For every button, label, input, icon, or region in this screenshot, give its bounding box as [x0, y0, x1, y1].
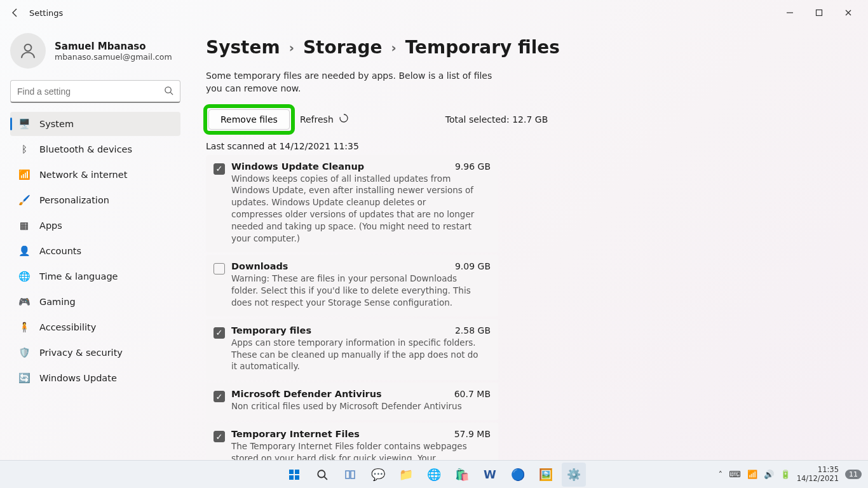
svg-rect-12 [351, 471, 355, 478]
checkbox[interactable]: ✓ [214, 391, 225, 402]
svg-line-10 [324, 477, 327, 480]
last-scanned: Last scanned at 14/12/2021 11:35 [206, 141, 853, 151]
profile-block[interactable]: Samuel Mbanaso mbanaso.samuel@gmail.com [10, 33, 180, 69]
crumb-current: Temporary files [405, 37, 560, 58]
nav-item-gaming[interactable]: 🎮Gaming [10, 290, 180, 314]
breadcrumb: System › Storage › Temporary files [206, 37, 853, 58]
item-description: Windows keeps copies of all installed up… [231, 173, 479, 245]
back-button[interactable] [5, 3, 25, 23]
checkbox[interactable] [214, 263, 225, 274]
nav-item-update[interactable]: 🔄Windows Update [10, 366, 180, 390]
svg-rect-1 [817, 10, 822, 16]
clock-date: 14/12/2021 [797, 475, 839, 483]
svg-point-9 [318, 470, 325, 477]
nav-item-accounts[interactable]: 👤Accounts [10, 239, 180, 263]
svg-rect-5 [289, 470, 294, 474]
svg-rect-6 [295, 470, 299, 474]
nav-item-network[interactable]: 📶Network & internet [10, 163, 180, 187]
minimize-button[interactable] [775, 3, 804, 23]
update-icon: 🔄 [18, 372, 31, 384]
item-title: Microsoft Defender Antivirus [231, 389, 382, 399]
gaming-icon: 🎮 [18, 295, 31, 308]
item-description: Non critical files used by Microsoft Def… [231, 400, 479, 412]
checkbox[interactable]: ✓ [214, 327, 225, 339]
clock[interactable]: 11:35 14/12/2021 [797, 466, 839, 482]
content-area: System › Storage › Temporary files Some … [191, 25, 868, 460]
item-title: Windows Update Cleanup [231, 161, 364, 172]
file-explorer-icon[interactable]: 📁 [394, 463, 418, 487]
nav-item-accessibility[interactable]: 🧍Accessibility [10, 315, 180, 339]
close-button[interactable] [834, 3, 863, 23]
notification-badge[interactable]: 11 [845, 470, 862, 479]
profile-email: mbanaso.samuel@gmail.com [55, 52, 172, 62]
volume-icon[interactable]: 🔊 [764, 470, 774, 479]
store-icon[interactable]: 🛍️ [450, 463, 474, 487]
nav-item-personalization[interactable]: 🖌️Personalization [10, 188, 180, 212]
checkbox[interactable]: ✓ [214, 431, 225, 442]
network-icon: 📶 [18, 168, 31, 181]
chevron-up-icon[interactable]: ˄ [718, 470, 722, 479]
file-category-item[interactable]: ✓ Temporary Internet Files 57.9 MB The T… [206, 423, 498, 460]
item-description: Apps can store temporary information in … [231, 337, 479, 373]
photos-icon[interactable]: 🖼️ [534, 463, 558, 487]
svg-point-2 [25, 44, 32, 51]
nav-label: Accessibility [39, 322, 96, 332]
chrome-icon[interactable]: 🔵 [506, 463, 530, 487]
checkbox[interactable]: ✓ [214, 163, 225, 175]
file-category-item[interactable]: ✓ Microsoft Defender Antivirus 60.7 MB N… [206, 383, 498, 420]
search-input[interactable] [17, 86, 164, 97]
item-size: 9.09 GB [455, 261, 491, 271]
remove-files-button[interactable]: Remove files [208, 109, 290, 130]
word-icon[interactable]: W [478, 463, 502, 487]
nav-label: Accounts [39, 246, 81, 256]
chat-icon[interactable]: 💬 [366, 463, 390, 487]
nav-item-privacy[interactable]: 🛡️Privacy & security [10, 341, 180, 365]
accessibility-icon: 🧍 [18, 321, 31, 334]
item-size: 9.96 GB [455, 161, 491, 172]
keyboard-icon[interactable]: ⌨ [729, 470, 741, 479]
item-description: Warning: These are files in your persona… [231, 273, 479, 309]
wifi-icon[interactable]: 📶 [747, 470, 757, 479]
crumb-storage[interactable]: Storage [303, 37, 383, 58]
taskbar: 💬 📁 🌐 🛍️ W 🔵 🖼️ ⚙️ ˄ ⌨ 📶 🔊 🔋 11:35 14/12… [0, 460, 868, 488]
item-title: Temporary Internet Files [231, 429, 360, 439]
total-selected-value: 12.7 GB [512, 114, 548, 125]
nav-label: Time & language [39, 271, 118, 281]
taskbar-search-icon[interactable] [310, 463, 334, 487]
file-category-item[interactable]: Downloads 9.09 GB Warning: These are fil… [206, 255, 498, 316]
item-size: 57.9 MB [454, 429, 491, 439]
search-box[interactable] [10, 80, 180, 103]
nav-label: System [39, 119, 74, 129]
nav-item-bluetooth[interactable]: ᛒBluetooth & devices [10, 137, 180, 161]
item-title: Temporary files [231, 325, 311, 336]
highlight-marker: Remove files [206, 107, 292, 132]
crumb-system[interactable]: System [206, 37, 280, 58]
item-title: Downloads [231, 261, 288, 271]
taskbar-icons: 💬 📁 🌐 🛍️ W 🔵 🖼️ ⚙️ [282, 463, 586, 487]
settings-icon[interactable]: ⚙️ [562, 463, 586, 487]
system-tray: ˄ ⌨ 📶 🔊 🔋 11:35 14/12/2021 11 [718, 466, 862, 482]
file-category-item[interactable]: ✓ Windows Update Cleanup 9.96 GB Windows… [206, 155, 498, 252]
nav-item-time[interactable]: 🌐Time & language [10, 264, 180, 288]
profile-name: Samuel Mbanaso [55, 41, 172, 52]
refresh-button[interactable]: Refresh [300, 113, 349, 125]
item-size: 2.58 GB [455, 325, 491, 336]
svg-point-3 [165, 86, 171, 92]
window-title: Settings [29, 8, 63, 18]
nav-item-system[interactable]: 🖥️System [10, 112, 180, 136]
start-button[interactable] [282, 463, 306, 487]
svg-line-4 [170, 92, 173, 95]
maximize-button[interactable] [804, 3, 834, 23]
nav-item-apps[interactable]: ▦Apps [10, 214, 180, 238]
edge-icon[interactable]: 🌐 [422, 463, 446, 487]
chevron-right-icon: › [289, 40, 294, 55]
svg-rect-8 [295, 475, 299, 480]
total-selected: Total selected: 12.7 GB [445, 114, 548, 125]
nav-list: 🖥️SystemᛒBluetooth & devices📶Network & i… [10, 112, 180, 390]
battery-icon[interactable]: 🔋 [780, 470, 790, 479]
task-view-icon[interactable] [338, 463, 362, 487]
svg-rect-7 [289, 475, 294, 480]
nav-label: Network & internet [39, 170, 127, 180]
file-category-item[interactable]: ✓ Temporary files 2.58 GB Apps can store… [206, 319, 498, 381]
refresh-label: Refresh [300, 114, 334, 125]
